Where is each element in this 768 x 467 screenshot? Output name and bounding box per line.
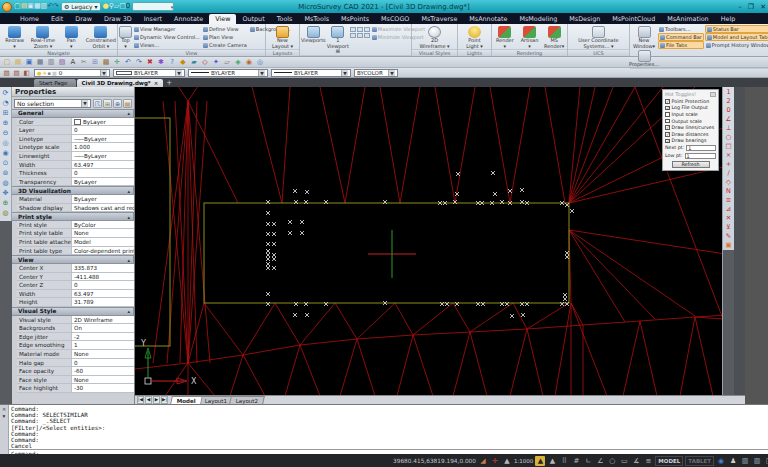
hot-toggle-checkbox[interactable]: Input scale <box>665 111 716 118</box>
render-button[interactable]: Artisan ▾ <box>518 25 542 49</box>
visual-style-button[interactable]: 2D Wireframe ▾ <box>413 25 456 49</box>
hot-toggle-checkbox[interactable]: Point Protection <box>665 98 716 105</box>
ribbon-tab[interactable]: Output <box>236 14 270 24</box>
ribbon-menu-item[interactable]: Plan View <box>202 33 248 41</box>
status-toggle-icon[interactable]: ▭ <box>619 456 629 466</box>
close-icon[interactable]: × <box>2 406 7 412</box>
zoom-tool-icon[interactable]: ⟳ <box>3 88 9 98</box>
toolbar-icon[interactable]: ▩ <box>101 58 111 67</box>
status-toggle-icon[interactable]: ▥ <box>740 456 750 466</box>
toolbar-icon[interactable]: ✱ <box>156 58 166 67</box>
display-toggle[interactable]: Command Bar <box>658 33 704 41</box>
ribbon-tab[interactable]: Annotate <box>168 14 209 24</box>
layout-nav-button[interactable]: ◀ <box>145 396 152 404</box>
status-toggle-icon[interactable]: ◉ <box>716 456 726 466</box>
snap-tool-icon[interactable]: / <box>727 169 729 178</box>
property-row[interactable]: Print table attached toModel <box>17 238 134 247</box>
toolbar-icon[interactable]: ? <box>167 58 177 67</box>
zoom-tool-icon[interactable]: ◔ <box>2 98 8 108</box>
toolbar-icon[interactable]: ▣ <box>24 58 34 67</box>
ribbon-menu-item[interactable]: Dynamic View Control... <box>133 33 201 41</box>
property-row[interactable]: BackgroundsOn <box>17 324 134 333</box>
zoom-tool-icon[interactable]: ⊕ <box>3 118 9 128</box>
close-tab-icon[interactable]: × <box>154 80 159 86</box>
property-row[interactable]: Center Y-411.488 <box>17 273 134 282</box>
property-row[interactable]: Halo gap0 <box>17 359 134 368</box>
close-button[interactable]: ✕ <box>760 3 766 11</box>
property-row[interactable]: ColorByLayer <box>17 118 134 127</box>
new-tab-button[interactable]: + <box>166 79 172 87</box>
section-header-print-style[interactable]: Print style▴ <box>12 212 134 221</box>
property-row[interactable]: Height31.789 <box>17 298 134 307</box>
toolbar-icon[interactable]: ✖ <box>145 58 155 67</box>
viewports-button[interactable]: Viewports <box>301 25 326 44</box>
toolbar-icon[interactable]: ▥ <box>46 58 56 67</box>
property-row[interactable]: Center Z0 <box>17 281 134 290</box>
search-combo[interactable]: ▾ <box>132 2 174 11</box>
toolbar-icon[interactable]: ▰ <box>189 58 199 67</box>
ribbon-tab[interactable]: Edit <box>45 14 69 24</box>
zoom-tool-icon[interactable]: ⊚ <box>3 168 9 178</box>
snap-tool-icon[interactable]: ✕ <box>726 214 731 223</box>
status-toggle-icon[interactable]: ✛ <box>490 456 500 466</box>
tablet-toggle[interactable]: TABLET <box>685 456 714 466</box>
ribbon-tab[interactable]: MsPointCloud <box>606 14 661 24</box>
toolbar-icon[interactable]: ◆ <box>178 58 188 67</box>
status-toggle-icon[interactable]: ▲ <box>535 456 545 466</box>
ribbon-button[interactable]: Real-Time Zoom ▾ <box>29 25 56 49</box>
snap-tool-icon[interactable]: 0 <box>726 106 730 115</box>
linetype-combo[interactable]: BYLAYER▼ <box>188 69 268 77</box>
properties-toolbar-icon[interactable]: ▨ <box>12 69 21 77</box>
ribbon-tab[interactable]: Home <box>14 14 45 24</box>
titlebar-icon[interactable]: 0 <box>126 2 130 10</box>
layout-tab[interactable]: Model <box>170 396 203 404</box>
toolbar-icon[interactable]: ◇ <box>200 58 210 67</box>
maximize-button[interactable]: ❐ <box>748 3 754 11</box>
status-toggle-icon[interactable]: ▥ <box>752 456 762 466</box>
properties-title[interactable]: Properties <box>12 87 134 97</box>
layout-nav-button[interactable]: ▶| <box>161 396 168 404</box>
file-tab[interactable]: Civil 3D Drawing.dwg*× <box>77 79 164 87</box>
property-row[interactable]: Thickness0 <box>17 169 134 178</box>
property-row[interactable]: LineweightByLayer <box>17 152 134 161</box>
ribbon-menu-item[interactable]: View Manager <box>133 25 201 33</box>
qat-icon[interactable]: ↷ <box>53 2 59 10</box>
linestyle-combo[interactable]: BYLAYER▼ <box>271 69 351 77</box>
property-row[interactable]: Print styleByColor <box>17 221 134 230</box>
layout-nav-button[interactable]: ▶ <box>153 396 160 404</box>
zoom-tool-icon[interactable]: ◍ <box>2 208 8 218</box>
status-toggle-icon[interactable]: ▲ <box>502 456 512 466</box>
toolbar-icon[interactable]: ↶ <box>123 58 133 67</box>
viewport-count-combo[interactable]: 1 Viewport ⊞ <box>327 25 349 55</box>
section-header-general[interactable]: General▴ <box>12 109 134 118</box>
property-row[interactable]: Edge jitter-2 <box>17 333 134 342</box>
ribbon-tab[interactable]: Draw <box>69 14 98 24</box>
properties-tool-icon[interactable]: ☈ <box>93 99 102 108</box>
property-row[interactable]: Linetype scale1.000 <box>17 143 134 152</box>
ribbon-button[interactable]: Constrained Orbit ▾ <box>86 25 116 49</box>
property-row[interactable]: Width63.497 <box>17 161 134 170</box>
render-button[interactable]: Render ▾ <box>493 25 517 49</box>
snap-tool-icon[interactable]: ✎ <box>726 232 731 241</box>
hot-toggle-checkbox[interactable]: Draw distances <box>665 131 716 138</box>
display-toggle[interactable]: Toolbars... <box>658 25 704 33</box>
hot-toggle-checkbox[interactable]: Output scale <box>665 118 716 125</box>
toolbar-icon[interactable]: ▧ <box>57 58 67 67</box>
property-row[interactable]: Width63.497 <box>17 290 134 299</box>
toolbar-icon[interactable]: ◉ <box>244 58 254 67</box>
property-row[interactable]: Visual style2D Wireframe <box>17 316 134 325</box>
scale-readout[interactable]: 1:1000 <box>514 458 533 464</box>
snap-tool-icon[interactable]: ▣ <box>725 241 731 250</box>
snap-tool-icon[interactable]: ⊿ <box>726 205 731 214</box>
point-number-input[interactable]: 1 <box>685 153 716 159</box>
zoom-tool-icon[interactable]: ⊞ <box>3 108 9 118</box>
display-big-button[interactable]: Properties... <box>631 49 657 68</box>
zoom-tool-icon[interactable]: ⊙ <box>3 158 9 168</box>
property-row[interactable]: Face styleNone <box>17 376 134 385</box>
snap-tool-icon[interactable]: ○ <box>726 133 732 142</box>
render-button[interactable]: MS Render▾ <box>542 25 566 49</box>
ribbon-tab[interactable]: MsAnnotate <box>463 14 513 24</box>
toolbar-icon[interactable]: ▱ <box>222 58 232 67</box>
status-toggle-icon[interactable]: ◢ <box>478 456 488 466</box>
lineweight-combo[interactable]: BYLAYER▼ <box>113 69 185 77</box>
